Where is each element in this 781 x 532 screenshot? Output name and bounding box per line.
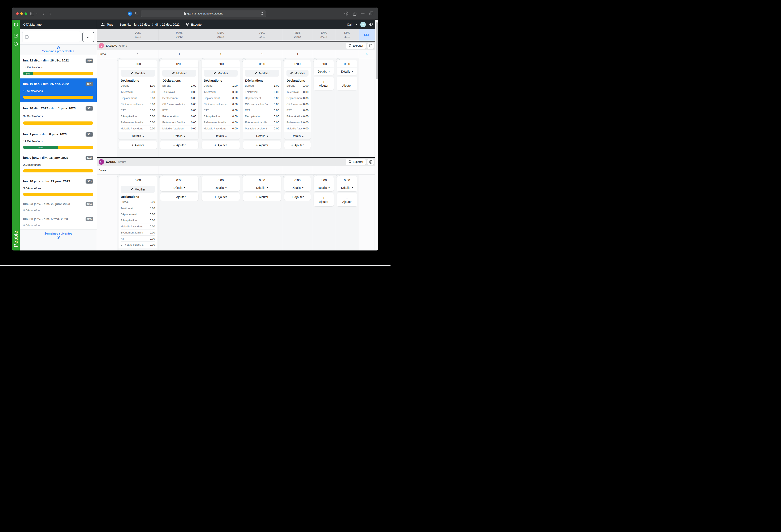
- ajouter-button[interactable]: +Ajouter: [337, 193, 357, 206]
- details-toggle[interactable]: Détails▴: [119, 132, 157, 139]
- calendar-icon[interactable]: [14, 33, 18, 38]
- ajouter-button[interactable]: +Ajouter: [337, 77, 357, 90]
- close-window-button[interactable]: [16, 12, 19, 15]
- date-input[interactable]: [22, 32, 80, 42]
- ajouter-button[interactable]: +Ajouter: [314, 77, 334, 90]
- details-toggle[interactable]: Détails▴: [284, 132, 311, 139]
- day-header-cell[interactable]: JEU.22/12: [241, 29, 283, 41]
- apply-date-button[interactable]: [82, 32, 94, 42]
- ajouter-button[interactable]: +Ajouter: [119, 141, 157, 149]
- week-list-item[interactable]: lun. 2 janv.›dim. 8 janv. 2023S0112 Décl…: [20, 129, 97, 152]
- modifier-button[interactable]: Modifier: [204, 70, 238, 77]
- declaration-label: Récupération: [245, 115, 261, 118]
- week-list-item[interactable]: lun. 19 déc.›dim. 25 déc. 2022S5116 Décl…: [20, 78, 97, 102]
- modifier-button[interactable]: Modifier: [286, 70, 309, 77]
- new-tab-icon[interactable]: [361, 11, 365, 16]
- card-total-time: 0:00: [160, 176, 198, 184]
- scrollbar-thumb[interactable]: [376, 22, 378, 79]
- ajouter-button[interactable]: +Ajouter: [160, 141, 198, 149]
- ajouter-button[interactable]: +Ajouter: [160, 193, 198, 201]
- zoom-window-button[interactable]: [25, 12, 27, 15]
- sidebar-toggle-icon[interactable]: [30, 12, 34, 15]
- ajouter-button[interactable]: +Ajouter: [202, 141, 240, 149]
- day-cell: 0:00Détails▾+Ajouter: [200, 174, 241, 250]
- details-toggle[interactable]: Détails▴: [160, 132, 198, 139]
- share-icon[interactable]: [353, 11, 357, 16]
- modifier-button[interactable]: Modifier: [162, 70, 196, 77]
- shield-extension-icon[interactable]: [135, 12, 138, 15]
- day-header-cell[interactable]: VEN.23/12: [283, 29, 312, 41]
- details-toggle[interactable]: Détails▾: [314, 184, 334, 191]
- ajouter-button[interactable]: +Ajouter: [202, 193, 240, 201]
- details-toggle[interactable]: Détails▴: [119, 248, 157, 250]
- minimize-window-button[interactable]: [20, 12, 23, 15]
- ajouter-button[interactable]: +Ajouter: [284, 141, 311, 149]
- details-toggle[interactable]: Détails▾: [243, 184, 281, 191]
- declarations-heading: Déclarations: [121, 195, 155, 199]
- previous-weeks-link[interactable]: Semaines précédentes: [20, 45, 97, 55]
- address-bar[interactable]: gta-manager.pebble.solutions: [141, 10, 266, 17]
- day-header-cell[interactable]: SAM.24/12: [312, 29, 335, 41]
- ajouter-button[interactable]: +Ajouter: [243, 193, 281, 201]
- downloads-icon[interactable]: [344, 11, 348, 16]
- details-toggle[interactable]: Détails▾: [314, 68, 334, 75]
- details-toggle[interactable]: Détails▾: [337, 184, 357, 191]
- day-header-row: LUN.19/12MAR.20/12MER.21/12JEU.22/12VEN.…: [97, 29, 378, 41]
- ajouter-button[interactable]: +Ajouter: [314, 193, 334, 206]
- back-icon[interactable]: [43, 12, 45, 15]
- ajouter-button[interactable]: +Ajouter: [284, 193, 311, 201]
- details-toggle[interactable]: Détails▴: [202, 132, 240, 139]
- day-header-cell[interactable]: LUN.19/12: [117, 29, 159, 41]
- pebble-logo[interactable]: [12, 20, 20, 29]
- scope-selector[interactable]: Tous: [101, 23, 113, 26]
- declaration-label: CP / sans solde / a: [286, 103, 302, 106]
- cloud-download-icon[interactable]: [14, 42, 18, 46]
- exporter-button[interactable]: Exporter: [346, 159, 366, 165]
- week-list-item[interactable]: lun. 12 déc.›dim. 18 déc. 2022S5014 Décl…: [20, 55, 97, 78]
- declaration-row: RTT0.00: [204, 107, 238, 113]
- declaration-value: 0.00: [150, 109, 155, 112]
- forward-icon[interactable]: [49, 12, 51, 15]
- modifier-button[interactable]: Modifier: [245, 70, 279, 77]
- week-list-item[interactable]: lun. 23 janv.›dim. 29 janv. 2023S040 Déc…: [20, 199, 97, 214]
- reload-icon[interactable]: [261, 12, 263, 15]
- page-scrollbar[interactable]: [375, 20, 378, 250]
- details-toggle[interactable]: Détails▾: [284, 184, 311, 191]
- declaration-row: Télétravail0.00: [204, 89, 238, 95]
- week-range[interactable]: Sem. 51 : lun. 19 déc. ❯ dim. 25 déc. 20…: [120, 23, 179, 26]
- day-header-cell[interactable]: MAR.20/12: [159, 29, 200, 41]
- day-header-cell[interactable]: DIM.25/12: [335, 29, 359, 41]
- exporter-button[interactable]: Exporter: [346, 43, 366, 49]
- declaration-row: Maladie / accident0.00: [121, 223, 155, 229]
- modifier-button[interactable]: Modifier: [121, 70, 155, 77]
- declarations-source-button[interactable]: [367, 159, 374, 165]
- employee-last-name: LAVEAU: [106, 44, 117, 47]
- details-toggle[interactable]: Détails▴: [243, 132, 281, 139]
- plus-icon: +: [173, 195, 175, 199]
- week-list-item[interactable]: lun. 16 janv.›dim. 22 janv. 2023S035 Déc…: [20, 176, 97, 199]
- user-avatar[interactable]: A: [360, 22, 366, 27]
- card-body: ModifierDéclarationsBureau1.00Télétravai…: [243, 68, 281, 132]
- week-prefix: Sem. 51 :: [120, 23, 132, 26]
- day-cell: 0:00Détails▾+Ajouter: [335, 174, 359, 250]
- account-dropdown[interactable]: Cairn ▾: [347, 23, 357, 26]
- tab-overview-icon[interactable]: [369, 11, 373, 16]
- next-weeks-link[interactable]: Semaines suivantes: [20, 230, 97, 241]
- ajouter-button[interactable]: +Ajouter: [243, 141, 281, 149]
- adblock-extension-icon[interactable]: ABP: [127, 11, 132, 16]
- declarations-source-button[interactable]: [367, 43, 374, 49]
- gear-icon[interactable]: [369, 23, 373, 27]
- week-list-item[interactable]: lun. 9 janv.›dim. 15 janv. 2023S023 Décl…: [20, 152, 97, 176]
- details-toggle[interactable]: Détails▾: [337, 68, 357, 75]
- sidebar-chevron-icon[interactable]: [36, 13, 38, 14]
- week-end-date: dim. 5 févr. 2023: [44, 217, 68, 221]
- day-header-cell[interactable]: MER.21/12: [200, 29, 241, 41]
- week-item-title: lun. 26 déc. 2022›dim. 1 janv. 2023: [23, 106, 76, 110]
- details-toggle[interactable]: Détails▾: [160, 184, 198, 191]
- export-menu-button[interactable]: Exporter: [186, 23, 203, 27]
- modifier-button[interactable]: Modifier: [121, 186, 155, 193]
- declaration-label: Télétravail: [286, 90, 299, 93]
- week-list-item[interactable]: lun. 26 déc. 2022›dim. 1 janv. 2023S5237…: [20, 102, 97, 129]
- week-list-item[interactable]: lun. 30 janv.›dim. 5 févr. 2023S050 Décl…: [20, 214, 97, 230]
- details-toggle[interactable]: Détails▾: [202, 184, 240, 191]
